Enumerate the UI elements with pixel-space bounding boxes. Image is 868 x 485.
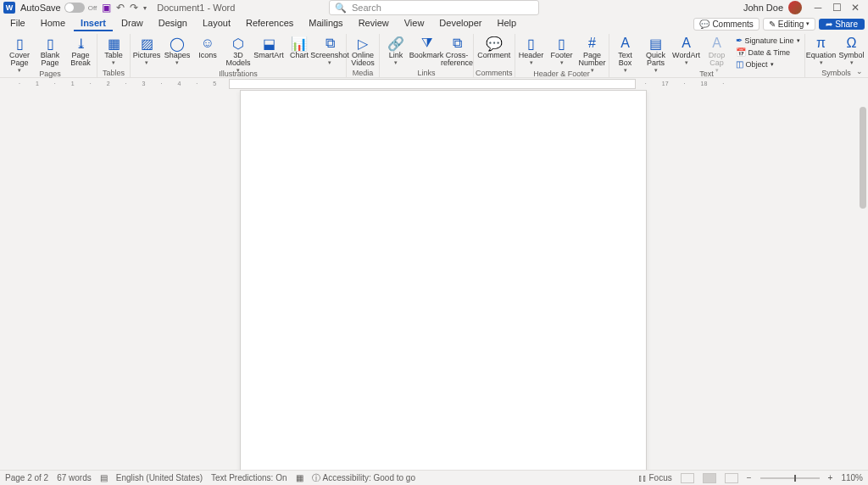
autosave-toggle[interactable]: AutoSave Off xyxy=(20,3,97,13)
language-indicator[interactable]: English (United States) xyxy=(116,473,203,482)
word-count[interactable]: 67 words xyxy=(57,473,92,482)
ruler-horizontal[interactable]: ·1·1·2·3·4·5·6·7·8·9·10·11·12·13·14·15·1… xyxy=(0,78,868,90)
close-button[interactable]: ✕ xyxy=(846,2,865,14)
document-title: Document1 - Word xyxy=(157,3,235,13)
comment-button[interactable]: 💬Comment xyxy=(480,34,509,61)
maximize-button[interactable]: ☐ xyxy=(827,2,846,14)
group-links: 🔗Link▾⧩Bookmark⧉Cross-referenceLinks xyxy=(380,34,474,77)
group-comments: 💬CommentComments xyxy=(474,34,515,77)
smartart-button[interactable]: ⬓SmartArt xyxy=(254,34,283,61)
accessibility-icon: ⓘ xyxy=(312,472,320,484)
group-pages: ▯Cover Page▾▯Blank Page⤓Page BreakPages xyxy=(3,34,97,77)
header-icon: ▯ xyxy=(527,36,535,51)
bookmark-button[interactable]: ⧩Bookmark xyxy=(412,34,441,61)
page-indicator[interactable]: Page 2 of 2 xyxy=(5,473,48,482)
avatar xyxy=(788,1,802,14)
online-videos-button[interactable]: ▷Online Videos xyxy=(348,34,377,69)
tab-draw[interactable]: Draw xyxy=(114,16,150,31)
spellcheck-icon[interactable]: ▤ xyxy=(100,473,108,482)
zoom-slider[interactable] xyxy=(760,477,820,479)
scrollbar-thumb[interactable] xyxy=(860,107,866,209)
text-predictions[interactable]: Text Predictions: On xyxy=(211,473,287,482)
wordart-button[interactable]: AWordArt▾ xyxy=(672,34,701,68)
pictures-button[interactable]: ▨Pictures▾ xyxy=(132,34,161,68)
bookmark-icon: ⧩ xyxy=(421,36,432,51)
wordart-icon: A xyxy=(682,36,691,51)
date-time-button[interactable]: 📅Date & Time xyxy=(736,47,800,58)
chevron-down-icon: ▾ xyxy=(820,59,823,66)
web-layout-button[interactable] xyxy=(725,473,738,483)
tab-view[interactable]: View xyxy=(398,16,431,31)
icons-icon: ☺ xyxy=(201,36,214,51)
tab-home[interactable]: Home xyxy=(34,16,72,31)
tab-mailings[interactable]: Mailings xyxy=(302,16,349,31)
minimize-button[interactable]: ─ xyxy=(809,2,827,14)
link-button[interactable]: 🔗Link▾ xyxy=(381,34,410,68)
tab-developer[interactable]: Developer xyxy=(432,16,488,31)
icons-button[interactable]: ☺Icons xyxy=(193,34,222,61)
table-button[interactable]: ▦Table▾ xyxy=(99,34,128,68)
redo-icon[interactable]: ↷ xyxy=(130,2,138,14)
signature-line-button[interactable]: ✒Signature Line ▾ xyxy=(736,35,800,46)
footer-icon: ▯ xyxy=(558,36,565,51)
tab-file[interactable]: File xyxy=(3,16,32,31)
qat-dropdown-icon[interactable]: ▾ xyxy=(143,4,147,12)
quick-parts-button[interactable]: ▤Quick Parts▾ xyxy=(642,34,670,75)
header-button[interactable]: ▯Header▾ xyxy=(517,34,546,68)
share-button[interactable]: ➦Share xyxy=(819,19,865,30)
chevron-down-icon: ▾ xyxy=(145,59,148,66)
chevron-down-icon: ▾ xyxy=(560,59,564,66)
footer-button[interactable]: ▯Footer▾ xyxy=(548,34,576,68)
tab-layout[interactable]: Layout xyxy=(196,16,237,31)
comments-button[interactable]: 💬Comments xyxy=(693,18,759,31)
tab-help[interactable]: Help xyxy=(491,16,524,31)
editing-mode-button[interactable]: ✎Editing▾ xyxy=(763,18,816,31)
macro-icon[interactable]: ▦ xyxy=(296,473,303,482)
group-text: AText Box▾▤Quick Parts▾AWordArt▾ADrop Ca… xyxy=(609,34,805,77)
user-account[interactable]: John Doe xyxy=(743,1,802,14)
print-layout-button[interactable] xyxy=(703,473,716,483)
vertical-scrollbar[interactable] xyxy=(856,90,868,470)
ruler-track xyxy=(229,79,636,89)
share-icon: ➦ xyxy=(826,20,832,29)
statusbar: Page 2 of 2 67 words ▤ English (United S… xyxy=(0,470,868,485)
symbol-icon: Ω xyxy=(847,36,857,51)
tab-insert[interactable]: Insert xyxy=(74,16,113,31)
cover-page-button[interactable]: ▯Cover Page▾ xyxy=(5,34,34,75)
undo-icon[interactable]: ↶ xyxy=(116,2,125,14)
link-icon: 🔗 xyxy=(387,36,404,51)
date-time-icon: 📅 xyxy=(736,47,746,57)
text-box-button[interactable]: AText Box▾ xyxy=(611,34,640,75)
zoom-in-button[interactable]: + xyxy=(828,473,833,482)
accessibility-status[interactable]: ⓘAccessibility: Good to go xyxy=(312,472,416,484)
ruler-vertical[interactable] xyxy=(0,90,19,470)
page-break-button[interactable]: ⤓Page Break xyxy=(66,34,95,69)
symbol-button[interactable]: ΩSymbol▾ xyxy=(837,34,866,68)
3d-models-icon: ⬡ xyxy=(232,36,244,51)
screenshot-button[interactable]: ⧉Screenshot▾ xyxy=(315,34,344,68)
focus-mode-button[interactable]: ⫿⫿Focus xyxy=(638,473,672,482)
read-mode-button[interactable] xyxy=(681,473,694,483)
toggle-switch-icon[interactable] xyxy=(64,3,85,13)
tab-design[interactable]: Design xyxy=(152,16,194,31)
cross-reference-button[interactable]: ⧉Cross-reference xyxy=(442,34,471,69)
object-button[interactable]: ◫Object ▾ xyxy=(736,59,800,70)
document-canvas[interactable] xyxy=(19,90,868,470)
tab-references[interactable]: References xyxy=(239,16,300,31)
chevron-down-icon: ▾ xyxy=(394,59,398,66)
autosave-state: Off xyxy=(88,4,97,12)
shapes-button[interactable]: ◯Shapes▾ xyxy=(163,34,192,68)
equation-button[interactable]: πEquation▾ xyxy=(807,34,836,68)
chart-button[interactable]: 📊Chart xyxy=(285,34,314,61)
blank-page-button[interactable]: ▯Blank Page xyxy=(36,34,64,69)
zoom-level[interactable]: 110% xyxy=(841,473,863,482)
chevron-down-icon: ▾ xyxy=(771,61,774,68)
zoom-out-button[interactable]: − xyxy=(747,473,752,482)
search-box[interactable]: 🔍 Search xyxy=(329,0,539,15)
workspace xyxy=(0,90,868,470)
page[interactable] xyxy=(240,90,647,470)
text-box-icon: A xyxy=(620,36,630,51)
save-icon[interactable]: ▣ xyxy=(102,2,111,14)
collapse-ribbon-icon[interactable]: ⌄ xyxy=(856,67,863,75)
tab-review[interactable]: Review xyxy=(352,16,396,31)
